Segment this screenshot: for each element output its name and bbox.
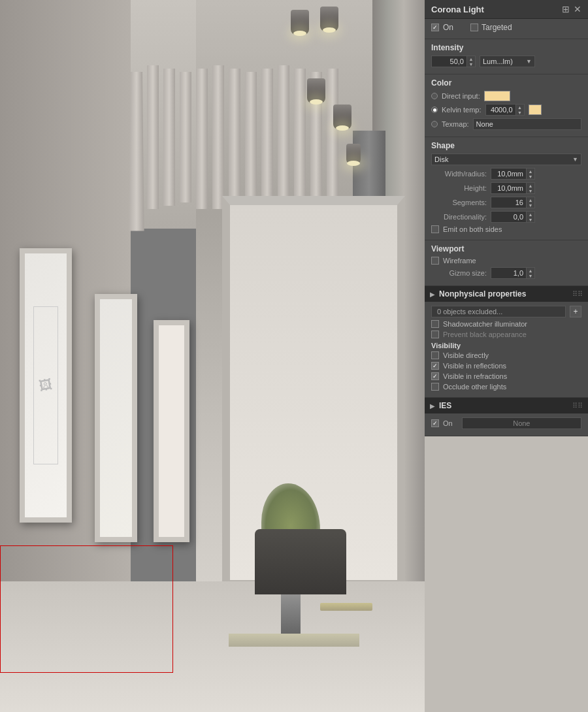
shape-type-label: Disk (434, 155, 448, 163)
close-icon[interactable]: ✕ (574, 4, 581, 14)
intensity-title: Intensity (431, 43, 581, 52)
spotlight-4 (333, 105, 351, 129)
shape-type-select[interactable]: Disk ▼ (431, 154, 581, 165)
kelvin-row: Kelvin temp: 4000,0 ▲ ▼ (431, 104, 581, 116)
visible-reflections-label: Visible in reflections (443, 362, 506, 370)
shape-section: Shape Disk ▼ Width/radius: 10,0mm ▲ ▼ (425, 137, 588, 240)
targeted-checkbox[interactable] (470, 24, 478, 31)
gizmo-arrows: ▲ ▼ (526, 268, 534, 278)
add-exclude-button[interactable]: + (570, 306, 581, 317)
direct-input-label: Direct input: (442, 92, 480, 100)
texmap-select[interactable]: None (473, 118, 581, 130)
emit-both-checkbox[interactable] (431, 225, 439, 233)
height-arrows: ▲ ▼ (526, 183, 534, 193)
visible-directly-checkbox[interactable] (431, 351, 439, 359)
wireframe-checkbox[interactable] (431, 257, 439, 265)
excluded-button[interactable]: 0 objects excluded... (431, 306, 566, 317)
texmap-radio[interactable] (431, 121, 438, 127)
occlude-label: Occlude other lights (443, 383, 506, 391)
artwork-frame-3 (154, 320, 189, 542)
gizmo-up[interactable]: ▲ (527, 268, 534, 273)
kelvin-value: 4000,0 (486, 105, 515, 114)
shadowcatcher-checkbox[interactable] (431, 320, 439, 328)
ies-triangle: ▶ (430, 402, 435, 410)
visible-refractions-checkbox[interactable] (431, 372, 439, 380)
height-down[interactable]: ▼ (527, 188, 534, 193)
kelvin-arrows: ▲ ▼ (515, 105, 524, 115)
segments-row: Segments: 16 ▲ ▼ (431, 197, 581, 208)
emit-both-label: Emit on both sides (443, 225, 502, 233)
directionality-arrows: ▲ ▼ (526, 212, 534, 222)
prevent-black-checkbox[interactable] (431, 331, 439, 338)
intensity-up[interactable]: ▲ (467, 56, 475, 61)
shadowcatcher-row: Shadowcatcher illuminator (431, 320, 581, 328)
viewport-title: Viewport (431, 244, 581, 253)
ies-section: On None (425, 413, 588, 436)
ies-on-checkbox[interactable] (431, 419, 439, 427)
kelvin-color-swatch[interactable] (529, 105, 542, 115)
intensity-row: 50,0 ▲ ▼ Lum...lm) ▼ (431, 56, 581, 67)
gizmo-spinner[interactable]: 1,0 ▲ ▼ (491, 267, 535, 279)
segments-spinner[interactable]: 16 ▲ ▼ (491, 197, 535, 208)
visibility-title-wrapper: Visibility (431, 341, 581, 350)
spotlight-2 (320, 7, 338, 31)
on-section: On Targeted (425, 19, 588, 39)
intensity-unit-select[interactable]: Lum...lm) ▼ (480, 56, 535, 67)
segments-down[interactable]: ▼ (527, 202, 534, 208)
ies-drag-handle: ⠿⠿ (572, 402, 583, 410)
artwork-frame-2 (95, 294, 137, 542)
height-spinner[interactable]: 10,0mm ▲ ▼ (491, 182, 535, 194)
width-value: 10,0mm (491, 169, 526, 178)
kelvin-down[interactable]: ▼ (516, 110, 524, 115)
width-up[interactable]: ▲ (527, 169, 534, 174)
gizmo-label: Gizmo size: (431, 269, 487, 277)
kelvin-label: Kelvin temp: (442, 106, 482, 114)
intensity-spinner[interactable]: 50,0 ▲ ▼ (431, 56, 476, 67)
direct-color-swatch[interactable] (484, 91, 510, 101)
directionality-down[interactable]: ▼ (527, 217, 534, 222)
gizmo-value: 1,0 (491, 268, 526, 278)
wireframe-label: Wireframe (443, 257, 476, 265)
kelvin-radio[interactable] (431, 106, 438, 113)
ies-divider[interactable]: ▶ IES ⠿⠿ (425, 398, 588, 413)
kelvin-up[interactable]: ▲ (516, 105, 524, 110)
console-table (229, 634, 359, 647)
prevent-black-row: Prevent black appearance (431, 331, 581, 338)
sofa (255, 529, 346, 594)
gizmo-down[interactable]: ▼ (527, 273, 534, 278)
direct-radio[interactable] (431, 93, 438, 99)
intensity-down[interactable]: ▼ (467, 61, 475, 67)
visible-refractions-row: Visible in refractions (431, 372, 581, 380)
nonphysical-divider[interactable]: ▶ Nonphysical properties ⠿⠿ (425, 286, 588, 302)
height-up[interactable]: ▲ (527, 183, 534, 188)
directionality-label: Directionality: (431, 213, 487, 221)
spotlight-3 (307, 78, 325, 103)
pin-icon[interactable]: ⊞ (562, 4, 570, 14)
texmap-label: Texmap: (442, 120, 469, 128)
intensity-unit-label: Lum...lm) (483, 57, 513, 65)
kelvin-spinner[interactable]: 4000,0 ▲ ▼ (485, 104, 525, 116)
nonphysical-section: 0 objects excluded... + Shadowcatcher il… (425, 302, 588, 398)
width-down[interactable]: ▼ (527, 174, 534, 179)
occlude-checkbox[interactable] (431, 383, 439, 391)
visible-reflections-row: Visible in reflections (431, 362, 581, 370)
occlude-row: Occlude other lights (431, 383, 581, 391)
directionality-spinner[interactable]: 0,0 ▲ ▼ (491, 211, 535, 223)
segments-label: Segments: (431, 199, 487, 206)
visible-directly-row: Visible directly (431, 351, 581, 359)
gizmo-row: Gizmo size: 1,0 ▲ ▼ (431, 267, 581, 279)
emit-both-row: Emit on both sides (431, 225, 581, 233)
nonphysical-title: Nonphysical properties (439, 289, 526, 299)
directionality-up[interactable]: ▲ (527, 212, 534, 217)
direct-input-row: Direct input: (431, 91, 581, 101)
ies-file-input[interactable]: None (462, 417, 581, 429)
visible-reflections-checkbox[interactable] (431, 362, 439, 370)
segments-up[interactable]: ▲ (527, 197, 534, 202)
viewport-section: Viewport Wireframe Gizmo size: 1,0 ▲ ▼ (425, 240, 588, 286)
intensity-unit-arrow: ▼ (526, 58, 532, 65)
on-checkbox[interactable] (431, 24, 439, 31)
intensity-value: 50,0 (432, 57, 466, 66)
panel-title: Corona Light (431, 5, 484, 14)
artwork-frame-1: 🖼 (20, 248, 72, 523)
width-spinner[interactable]: 10,0mm ▲ ▼ (491, 168, 535, 180)
